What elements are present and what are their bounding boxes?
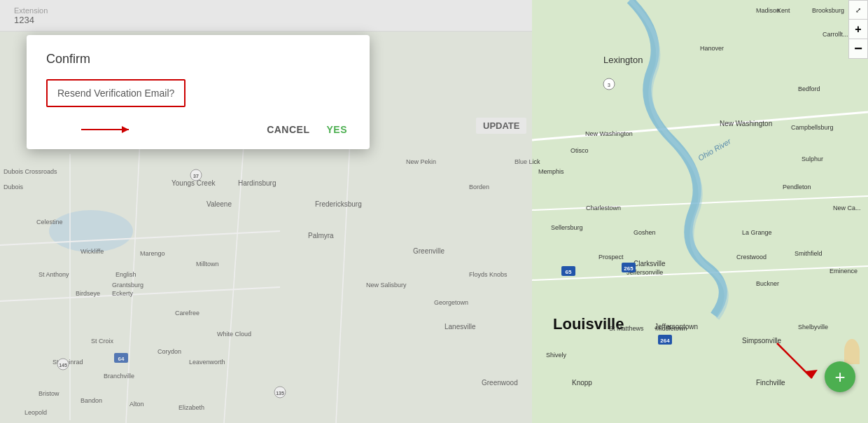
svg-text:Memphis: Memphis (538, 168, 564, 175)
svg-text:New Ca...: New Ca... (833, 204, 861, 212)
svg-text:Kent: Kent (777, 7, 790, 14)
arrow-indicator (81, 124, 137, 135)
svg-text:Shelbyville: Shelbyville (798, 324, 828, 331)
svg-text:Prospect: Prospect (598, 254, 624, 261)
svg-text:265: 265 (624, 265, 634, 272)
svg-text:Clarksville: Clarksville (634, 260, 666, 268)
dialog-question: Resend Verification Email? (46, 79, 186, 107)
svg-text:Charlestown: Charlestown (586, 204, 621, 212)
svg-text:Madison: Madison (756, 7, 780, 14)
svg-text:Knopp: Knopp (572, 379, 592, 387)
svg-text:Bedford: Bedford (798, 85, 820, 92)
svg-text:Crestwood: Crestwood (736, 254, 766, 261)
svg-text:Simpsonville: Simpsonville (742, 337, 782, 345)
add-button[interactable]: + (825, 361, 855, 392)
svg-rect-1 (532, 0, 868, 423)
svg-text:Smithfield: Smithfield (794, 250, 822, 257)
svg-text:Lexington: Lexington (603, 55, 643, 65)
svg-text:Eminence: Eminence (830, 268, 858, 275)
svg-text:Shively: Shively (546, 352, 567, 359)
yes-button[interactable]: YES (326, 124, 347, 135)
svg-text:New Washington: New Washington (585, 130, 633, 137)
svg-text:Brooksburg: Brooksburg (812, 7, 844, 14)
svg-text:3: 3 (608, 83, 610, 88)
svg-text:La Grange: La Grange (742, 229, 772, 236)
svg-text:Otisco: Otisco (570, 147, 589, 154)
svg-text:264: 264 (660, 338, 670, 344)
svg-text:Pendleton: Pendleton (783, 183, 811, 190)
dialog-title: Confirm (46, 52, 350, 67)
svg-text:Sulphur: Sulphur (802, 155, 823, 162)
pegman-control[interactable] (844, 339, 860, 364)
svg-text:Buckner: Buckner (756, 280, 779, 287)
cancel-button[interactable]: CANCEL (267, 124, 309, 135)
svg-marker-104 (122, 126, 129, 133)
zoom-in-button[interactable]: + (848, 20, 868, 39)
dialog-actions: CANCEL YES (46, 124, 350, 135)
plus-icon: + (834, 368, 845, 386)
svg-text:Carrollt...: Carrollt... (822, 31, 848, 38)
svg-text:Goshen: Goshen (634, 229, 656, 236)
svg-text:Campbellsburg: Campbellsburg (791, 124, 834, 131)
svg-text:St Matthews: St Matthews (609, 325, 644, 332)
zoom-expand-button[interactable]: ⤢ (848, 0, 868, 20)
zoom-controls: ⤢ + − (848, 0, 868, 59)
svg-text:Middletown: Middletown (655, 325, 687, 332)
svg-text:65: 65 (566, 269, 572, 275)
confirm-dialog: Confirm Resend Verification Email? CANCE… (27, 35, 370, 149)
svg-text:Hanover: Hanover (700, 45, 724, 52)
svg-text:Sellersburg: Sellersburg (551, 224, 583, 231)
svg-text:Finchville: Finchville (756, 379, 785, 387)
zoom-out-button[interactable]: − (848, 39, 868, 59)
svg-text:New Washington: New Washington (720, 120, 772, 127)
